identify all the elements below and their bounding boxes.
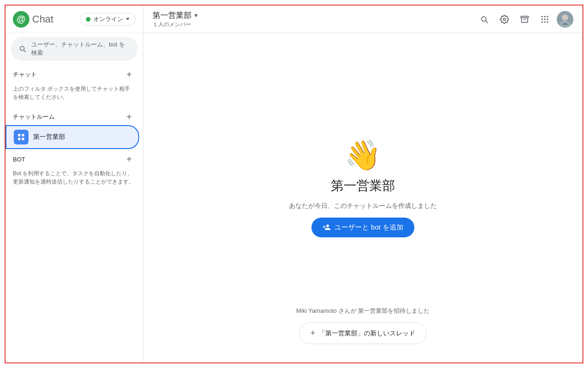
status-label: オンライン bbox=[93, 15, 123, 23]
apps-icon bbox=[540, 15, 549, 24]
room-title: 第一営業部 bbox=[153, 10, 192, 21]
app-logo: @ Chat bbox=[13, 11, 53, 28]
add-bot-button[interactable]: + bbox=[123, 153, 136, 166]
topbar-archive-button[interactable] bbox=[516, 11, 533, 28]
search-icon bbox=[18, 45, 27, 53]
chat-section-hint: 上のフィルタ ボックスを使用してチャット相手を検索してください。 bbox=[6, 83, 143, 107]
topbar-search-icon bbox=[480, 15, 489, 24]
chat-logo-icon: @ bbox=[13, 11, 29, 28]
top-bar-actions bbox=[476, 11, 573, 28]
topbar-settings-button[interactable] bbox=[496, 11, 513, 28]
app-title: Chat bbox=[32, 13, 53, 25]
svg-rect-5 bbox=[22, 138, 24, 140]
status-dot bbox=[86, 17, 90, 22]
svg-point-14 bbox=[542, 21, 543, 23]
bot-section-hint: Bot を利用することで、タスクを自動化したり、更新通知を適時送信したりすること… bbox=[6, 167, 143, 191]
room-icon bbox=[14, 130, 28, 144]
sidebar-header: @ Chat オンライン bbox=[6, 6, 143, 33]
add-person-icon bbox=[322, 223, 331, 231]
svg-point-20 bbox=[563, 15, 567, 20]
svg-rect-4 bbox=[18, 138, 20, 140]
room-title-section: 第一営業部 ▾ １人のメンバー bbox=[153, 10, 476, 29]
topbar-apps-button[interactable] bbox=[537, 11, 553, 28]
room-dropdown-icon[interactable]: ▾ bbox=[194, 12, 198, 19]
main-content: 第一営業部 ▾ １人のメンバー bbox=[143, 6, 582, 362]
svg-point-11 bbox=[542, 18, 543, 20]
topbar-search-button[interactable] bbox=[476, 11, 492, 28]
new-thread-label: 「第一営業部」の新しいスレッド bbox=[319, 329, 415, 338]
svg-rect-2 bbox=[18, 134, 20, 136]
svg-point-12 bbox=[544, 18, 545, 20]
user-avatar-button[interactable] bbox=[557, 11, 573, 28]
svg-point-6 bbox=[503, 18, 506, 20]
rooms-section-title: チャットルーム bbox=[13, 113, 55, 121]
room-name: 第一営業部 bbox=[33, 133, 65, 141]
svg-rect-7 bbox=[521, 16, 529, 17]
chat-section-title: チャット bbox=[13, 70, 37, 79]
search-bar[interactable]: ユーザー、チャットルーム、bot を検索 bbox=[11, 37, 137, 61]
svg-point-16 bbox=[547, 21, 548, 23]
svg-point-15 bbox=[544, 21, 545, 23]
settings-icon bbox=[500, 15, 509, 24]
svg-point-9 bbox=[544, 16, 545, 17]
room-item-daiichi[interactable]: 第一営業部 bbox=[6, 125, 139, 149]
chat-body: 👋 第一営業部 あなたが今日、このチャットルームを作成しました ユーザーと bo… bbox=[143, 33, 582, 362]
chevron-down-icon bbox=[126, 18, 130, 20]
archive-icon bbox=[520, 15, 529, 24]
invite-message: Miki Yamamoto さんが 第一営業部を招待しました bbox=[296, 307, 430, 315]
add-users-label: ユーザーと bot を追加 bbox=[334, 223, 403, 232]
search-placeholder: ユーザー、チャットルーム、bot を検索 bbox=[31, 40, 130, 57]
svg-rect-3 bbox=[22, 134, 24, 136]
rooms-section-header: チャットルーム + bbox=[6, 107, 143, 125]
welcome-section: 👋 第一営業部 あなたが今日、このチャットルームを作成しました ユーザーと bo… bbox=[289, 140, 437, 237]
bot-section-header: BOT + bbox=[6, 149, 143, 167]
chat-section-header: チャット + bbox=[6, 64, 143, 83]
welcome-title: 第一営業部 bbox=[331, 177, 395, 195]
svg-text:@: @ bbox=[17, 14, 25, 24]
grid-icon bbox=[17, 133, 25, 141]
add-room-button[interactable]: + bbox=[123, 110, 136, 123]
sidebar: @ Chat オンライン ユーザー、チャットルーム、bot を検索 チャット + bbox=[6, 6, 143, 362]
room-title-row: 第一営業部 ▾ bbox=[153, 10, 476, 21]
wave-emoji: 👋 bbox=[345, 140, 381, 170]
plus-icon: + bbox=[311, 328, 316, 338]
status-badge[interactable]: オンライン bbox=[80, 13, 136, 26]
bot-section-title: BOT bbox=[13, 156, 25, 163]
chat-bottom: Miki Yamamoto さんが 第一営業部を招待しました + 「第一営業部」… bbox=[143, 307, 582, 353]
add-chat-button[interactable]: + bbox=[123, 68, 136, 81]
top-bar: 第一営業部 ▾ １人のメンバー bbox=[143, 6, 582, 33]
svg-point-13 bbox=[547, 18, 548, 20]
user-avatar bbox=[557, 11, 573, 28]
members-count: １人のメンバー bbox=[153, 21, 476, 29]
add-users-button[interactable]: ユーザーと bot を追加 bbox=[311, 218, 414, 237]
svg-point-10 bbox=[547, 16, 548, 17]
new-thread-button[interactable]: + 「第一営業部」の新しいスレッド bbox=[299, 322, 427, 344]
svg-point-8 bbox=[542, 16, 543, 17]
welcome-subtitle: あなたが今日、このチャットルームを作成しました bbox=[289, 202, 437, 210]
